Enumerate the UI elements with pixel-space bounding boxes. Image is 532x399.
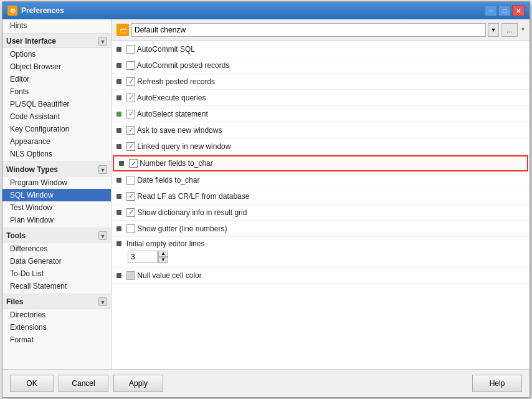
minimize-button[interactable]: ─ [485,5,497,16]
sidebar-item-key-configuration[interactable]: Key Configuration [2,123,111,135]
maximize-button[interactable]: □ [498,5,511,16]
tools-arrow: ▼ [98,231,107,240]
sidebar-item-sql-window[interactable]: SQL Window [2,189,111,201]
sidebar-item-directories[interactable]: Directories [2,309,111,321]
bullet-ask-save [116,128,121,133]
main-panel: 🗃 Default chenzw ▼ ... * AutoCommit SQL [112,19,530,369]
sidebar-item-plsql-beautifier[interactable]: PL/SQL Beautifier [2,98,111,110]
setting-row-ask-save: Ask to save new windows [112,122,530,138]
label-initial-lines: Initial empty editor lines [126,239,204,248]
help-button[interactable]: Help [472,375,522,392]
checkbox-refresh-posted[interactable] [126,77,135,86]
sidebar-item-program-window[interactable]: Program Window [2,176,111,189]
setting-row-autocommit-sql: AutoCommit SQL [112,41,530,57]
files-label: Files [6,297,23,306]
profile-dropdown-arrow[interactable]: ▼ [488,23,499,37]
checkbox-autocommit-posted[interactable] [126,61,135,70]
sidebar-section-tools[interactable]: Tools ▼ [2,228,111,243]
user-interface-arrow: ▼ [98,37,107,46]
tools-label: Tools [6,231,26,240]
label-linked-query: Linked query in new window [135,142,230,151]
title-bar-buttons: ─ □ ✕ [485,5,525,16]
checkbox-date-fields[interactable] [126,176,135,185]
sidebar-item-object-browser[interactable]: Object Browser [2,60,111,73]
bullet-show-dictionary [116,210,121,215]
apply-button[interactable]: Apply [113,375,163,392]
setting-row-show-dictionary: Show dictionary info in result grid [112,204,530,221]
modified-indicator: * [521,26,525,35]
sidebar-item-to-do-list[interactable]: To-Do List [2,267,111,280]
sidebar-item-fonts[interactable]: Fonts [2,85,111,98]
checkbox-show-dictionary[interactable] [126,208,135,217]
setting-row-number-fields: Number fields to_char [113,155,528,171]
profile-icon: 🗃 [116,24,129,36]
setting-row-linked-query: Linked query in new window [112,138,530,155]
checkbox-autoexecute[interactable] [126,94,135,102]
sidebar-item-differences[interactable]: Differences [2,243,111,255]
sidebar-section-files[interactable]: Files ▼ [2,294,111,309]
ok-button[interactable]: OK [10,375,54,392]
spinner-down-button[interactable]: ▼ [158,257,168,263]
label-show-dictionary: Show dictionary info in result grid [135,208,247,217]
bullet-initial-lines [116,241,121,246]
sidebar-item-editor[interactable]: Editor [2,73,111,85]
sidebar-section-window-types[interactable]: Window Types ▼ [2,161,111,176]
checkbox-autocommit-sql[interactable] [126,45,135,54]
bullet-refresh-posted [116,79,121,84]
sidebar-item-data-generator[interactable]: Data Generator [2,255,111,267]
checkbox-number-fields[interactable] [129,159,138,168]
profile-toolbar: 🗃 Default chenzw ▼ ... * [112,19,530,41]
sidebar-section-user-interface[interactable]: User Interface ▼ [2,33,111,48]
setting-row-initial-lines: Initial empty editor lines ▲ ▼ [112,237,530,267]
sidebar-item-recall-statement[interactable]: Recall Statement [2,280,111,292]
close-button[interactable]: ✕ [512,5,525,16]
profile-select[interactable]: Default chenzw [131,23,486,37]
sidebar: Hints User Interface ▼ Options Object Br… [2,19,112,369]
checkbox-linked-query[interactable] [126,142,135,151]
label-ask-save: Ask to save new windows [135,126,222,135]
setting-row-show-gutter: Show gutter (line numbers) [112,221,530,237]
checkbox-show-gutter[interactable] [126,224,135,233]
sidebar-item-format[interactable]: Format [2,334,111,346]
content-area: Hints User Interface ▼ Options Object Br… [2,19,530,369]
checkbox-autoselect[interactable] [126,110,135,118]
sidebar-item-test-window[interactable]: Test Window [2,201,111,214]
label-autocommit-sql: AutoCommit SQL [135,45,195,54]
bullet-linked-query [116,144,121,149]
bottom-left-buttons: OK Cancel Apply [10,375,163,392]
sidebar-item-code-assistant[interactable]: Code Assistant [2,110,111,123]
sidebar-item-extensions[interactable]: Extensions [2,321,111,334]
label-date-fields: Date fields to_char [135,176,199,185]
bullet-autocommit-sql [116,47,121,52]
label-refresh-posted: Refresh posted records [135,77,215,86]
bullet-show-gutter [116,226,121,231]
setting-row-null-color: Null value cell color [112,267,530,284]
label-read-lf: Read LF as CR/LF from database [135,192,249,201]
bullet-read-lf [116,194,121,199]
setting-row-autoexecute: AutoExecute queries [112,90,530,106]
window-title: Preferences [21,6,64,15]
bullet-number-fields [119,161,124,166]
sidebar-item-appearance[interactable]: Appearance [2,135,111,148]
setting-row-autocommit-posted: AutoCommit posted records [112,57,530,74]
window-types-arrow: ▼ [98,165,107,174]
checkbox-read-lf[interactable] [126,192,135,201]
sidebar-item-plan-window[interactable]: Plan Window [2,214,111,226]
bottom-bar: OK Cancel Apply Help [2,369,530,397]
setting-row-autoselect: AutoSelect statement [112,106,530,122]
label-autoexecute: AutoExecute queries [135,94,206,102]
label-show-gutter: Show gutter (line numbers) [135,224,227,233]
sidebar-item-hints[interactable]: Hints [2,19,111,32]
ellipsis-button[interactable]: ... [501,23,518,37]
bullet-autoexecute [116,95,121,100]
checkbox-ask-save[interactable] [126,126,135,135]
bullet-autoselect [116,112,121,117]
sidebar-item-nls-options[interactable]: NLS Options [2,148,111,160]
spinner-initial-lines[interactable] [128,251,158,263]
title-bar-left: ⚙ Preferences [7,6,64,16]
null-color-swatch[interactable] [126,271,135,280]
sidebar-item-options[interactable]: Options [2,48,111,60]
cancel-button[interactable]: Cancel [59,375,108,392]
label-autocommit-posted: AutoCommit posted records [135,61,229,70]
spinner-up-button[interactable]: ▲ [158,251,168,257]
